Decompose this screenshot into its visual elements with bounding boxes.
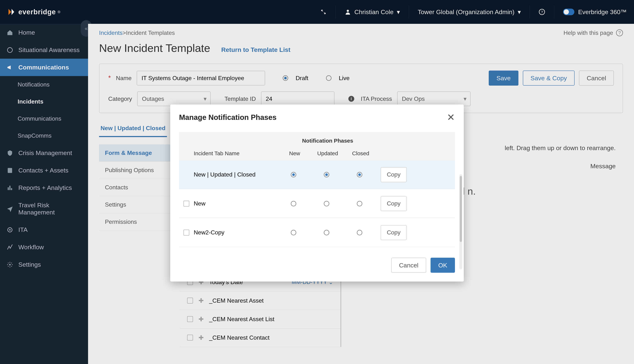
phase-updated-radio[interactable]: [324, 230, 329, 235]
phase-row: New | Updated | Closed Copy: [179, 160, 455, 189]
phase-closed-radio[interactable]: [357, 230, 362, 235]
copy-button[interactable]: Copy: [381, 196, 407, 211]
phase-name: New | Updated | Closed: [194, 171, 278, 178]
copy-button[interactable]: Copy: [381, 167, 407, 182]
close-icon[interactable]: ✕: [447, 112, 455, 123]
modal-cancel-button[interactable]: Cancel: [391, 258, 426, 273]
modal-title: Manage Notification Phases: [179, 113, 276, 122]
modal-scrollbar[interactable]: [459, 174, 462, 270]
phase-checkbox[interactable]: [183, 230, 189, 236]
phase-closed-radio[interactable]: [357, 201, 362, 206]
phase-closed-radio[interactable]: [357, 172, 362, 178]
phase-checkbox[interactable]: [183, 201, 189, 206]
modal-header: Manage Notification Phases ✕: [170, 104, 464, 130]
phase-row: New Copy: [179, 189, 455, 218]
phase-row: New2-Copy Copy: [179, 218, 455, 247]
copy-button[interactable]: Copy: [381, 225, 407, 240]
col-tab-name: Incident Tab Name: [194, 150, 278, 156]
phase-name: New2-Copy: [194, 229, 278, 236]
phase-updated-radio[interactable]: [324, 172, 329, 178]
manage-phases-modal: Manage Notification Phases ✕ Notificatio…: [170, 104, 464, 282]
modal-footer: Cancel OK: [170, 252, 464, 282]
phase-group-header: Notification Phases: [278, 138, 377, 144]
col-new: New: [278, 150, 311, 156]
phase-new-radio[interactable]: [291, 201, 296, 206]
phase-new-radio[interactable]: [291, 230, 296, 235]
phase-new-radio[interactable]: [291, 172, 296, 178]
phase-updated-radio[interactable]: [324, 201, 329, 206]
modal-body: Notification Phases Incident Tab Name Ne…: [170, 130, 464, 252]
phase-name: New: [194, 200, 278, 207]
col-closed: Closed: [344, 150, 377, 156]
col-updated: Updated: [311, 150, 344, 156]
modal-ok-button[interactable]: OK: [431, 258, 455, 273]
